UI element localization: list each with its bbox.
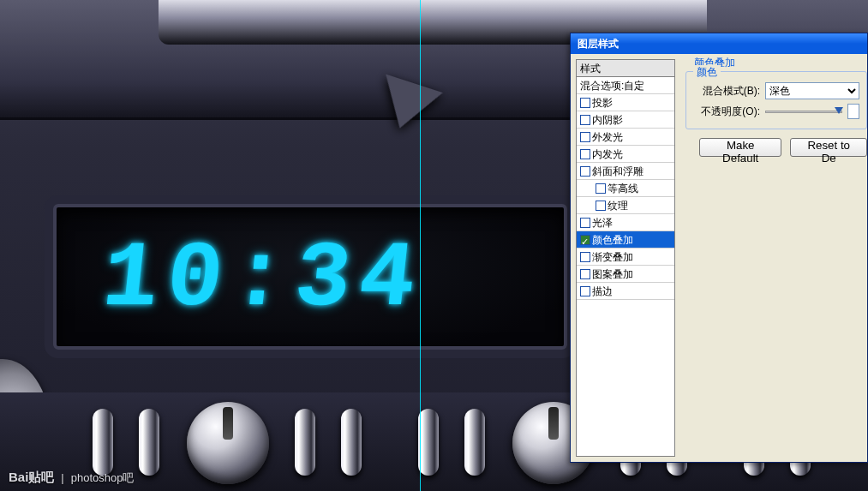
style-row-内发光[interactable]: 内发光 [577, 146, 674, 163]
blend-options-row[interactable]: 混合选项:自定 [577, 77, 674, 94]
style-row-label: 内发光 [592, 146, 623, 163]
opacity-label: 不透明度(O): [693, 105, 760, 119]
artwork-peg [139, 409, 159, 476]
style-row-label: 颜色叠加 [592, 231, 633, 248]
style-checkbox[interactable] [580, 98, 590, 108]
style-checkbox[interactable] [580, 218, 590, 228]
styles-list[interactable]: 样式 混合选项:自定 投影内阴影外发光内发光斜面和浮雕等高线纹理光泽颜色叠加渐变… [576, 59, 675, 457]
artwork-clock-time: 10:34 [98, 227, 429, 332]
watermark-sep: | [61, 471, 63, 484]
style-row-label: 图案叠加 [592, 266, 633, 283]
artwork-peg [464, 409, 485, 476]
blend-options-label: 混合选项:自定 [580, 77, 644, 94]
style-row-label: 渐变叠加 [592, 248, 633, 266]
blend-mode-select[interactable]: 深色 [765, 82, 859, 99]
vertical-guide[interactable] [420, 0, 421, 491]
dialog-title: 图层样式 [578, 38, 619, 50]
style-checkbox[interactable] [580, 235, 590, 245]
style-row-label: 纹理 [608, 197, 628, 214]
style-row-label: 斜面和浮雕 [592, 163, 644, 180]
style-row-纹理[interactable]: 纹理 [577, 197, 674, 214]
style-row-等高线[interactable]: 等高线 [577, 180, 674, 197]
style-row-图案叠加[interactable]: 图案叠加 [577, 266, 674, 283]
make-default-button[interactable]: Make Default [699, 138, 781, 157]
blend-mode-label: 混合模式(B): [693, 84, 760, 99]
style-checkbox[interactable] [580, 252, 590, 262]
style-row-外发光[interactable]: 外发光 [577, 129, 674, 146]
style-row-label: 等高线 [608, 180, 638, 197]
group-title: 颜色 [693, 65, 721, 80]
style-row-label: 描边 [592, 283, 613, 300]
dialog-titlebar[interactable]: 图层样式 [571, 33, 867, 54]
style-row-颜色叠加[interactable]: 颜色叠加 [577, 231, 674, 248]
style-row-label: 内阴影 [592, 111, 623, 129]
style-row-投影[interactable]: 投影 [577, 94, 674, 111]
styles-list-header: 样式 [577, 60, 674, 77]
effect-settings-panel: 颜色叠加 颜色 混合模式(B): 深色 不透明度(O): Make Defaul… [685, 59, 867, 457]
style-row-渐变叠加[interactable]: 渐变叠加 [577, 248, 674, 266]
style-checkbox[interactable] [596, 201, 606, 211]
watermark-board: photoshop吧 [71, 470, 135, 486]
style-checkbox[interactable] [580, 269, 590, 279]
watermark-logo: Bai贴吧 [9, 470, 54, 486]
style-checkbox[interactable] [580, 286, 590, 296]
style-row-内阴影[interactable]: 内阴影 [577, 111, 674, 129]
artwork-peg [418, 409, 439, 476]
artwork-peg [341, 409, 362, 476]
style-checkbox[interactable] [596, 183, 606, 194]
style-checkbox[interactable] [580, 166, 590, 177]
style-row-描边[interactable]: 描边 [577, 283, 674, 300]
style-checkbox[interactable] [580, 132, 590, 142]
watermark: Bai贴吧 | photoshop吧 [9, 470, 134, 486]
opacity-slider[interactable] [765, 111, 842, 113]
style-checkbox[interactable] [580, 115, 590, 125]
style-row-光泽[interactable]: 光泽 [577, 214, 674, 231]
reset-to-default-button[interactable]: Reset to De [790, 138, 867, 157]
style-row-label: 光泽 [592, 214, 613, 231]
artwork-peg [295, 409, 315, 476]
artwork-peg [93, 409, 113, 476]
style-row-label: 投影 [592, 94, 613, 111]
style-checkbox[interactable] [580, 149, 590, 159]
opacity-value-box[interactable] [847, 104, 859, 119]
artwork-big-knob [187, 402, 269, 484]
style-row-斜面和浮雕[interactable]: 斜面和浮雕 [577, 163, 674, 180]
layer-style-dialog[interactable]: 图层样式 样式 混合选项:自定 投影内阴影外发光内发光斜面和浮雕等高线纹理光泽颜… [570, 33, 868, 463]
style-row-label: 外发光 [592, 129, 623, 146]
